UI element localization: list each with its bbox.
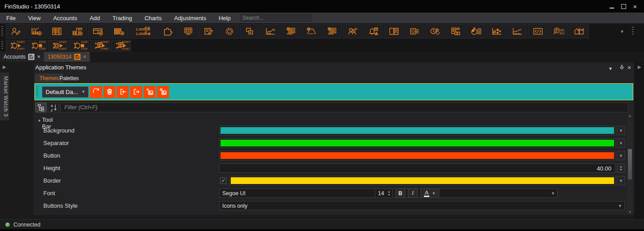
menu-adjustments[interactable]: Adjustments <box>168 13 212 23</box>
button-dropdown-button[interactable]: ▼ <box>617 151 625 160</box>
process-start-button-1[interactable]: STARTSTART <box>6 40 26 51</box>
line-chart-button[interactable] <box>508 24 527 38</box>
tab-close-icon[interactable]: × <box>37 54 40 60</box>
note-edit-button[interactable] <box>199 24 219 38</box>
background-color-field[interactable] <box>219 126 615 135</box>
menu-add[interactable]: Add <box>83 13 106 23</box>
refresh-theme-button[interactable] <box>90 86 102 98</box>
menu-trading[interactable]: Trading <box>106 13 139 23</box>
panel-close-icon[interactable]: × <box>627 64 631 71</box>
categorized-view-button[interactable] <box>35 103 47 112</box>
panels-button[interactable] <box>384 24 404 38</box>
filter-input[interactable] <box>60 103 628 112</box>
border-color-field[interactable] <box>229 176 615 185</box>
border-dropdown-button[interactable]: ▼ <box>617 176 625 185</box>
list-add-button[interactable] <box>322 24 342 38</box>
user-edit-button[interactable] <box>6 24 25 38</box>
tab-close-icon[interactable]: × <box>83 54 86 60</box>
height-spinner[interactable]: ▲ ▼ <box>617 163 625 173</box>
list-remove-button[interactable] <box>281 24 301 38</box>
border-checkbox[interactable]: ✓ <box>220 177 227 184</box>
spinner-down-icon[interactable]: ▼ <box>388 193 390 196</box>
background-dropdown-button[interactable]: ▼ <box>617 126 625 135</box>
window-add-button[interactable] <box>88 24 108 38</box>
code-window-button[interactable] <box>528 24 548 38</box>
theme-toolbar-grip-icon[interactable] <box>36 86 38 97</box>
palette-add-theme-button[interactable] <box>157 86 169 98</box>
toolbar-overflow-grip-icon[interactable] <box>632 27 634 36</box>
buttons-style-dropdown[interactable]: Icons only ▼ <box>219 201 625 210</box>
bars-add-button[interactable] <box>109 24 128 38</box>
menu-help[interactable]: Help <box>212 13 237 23</box>
timer-info-button[interactable] <box>466 24 486 38</box>
monitor-grid-button[interactable] <box>178 24 198 38</box>
font-color-button[interactable]: A ▼ <box>420 188 439 198</box>
search-input[interactable] <box>240 14 312 22</box>
export-theme-button[interactable] <box>130 86 142 98</box>
sort-alphabetical-button[interactable]: AZ <box>48 103 59 112</box>
copy-blocks-button[interactable] <box>240 24 260 38</box>
theme-select-dropdown[interactable]: Default Da... ▼ <box>42 86 89 98</box>
scroll-down-icon[interactable]: ▼ <box>627 210 633 214</box>
puzzle-button[interactable] <box>158 24 178 38</box>
height-number-field[interactable]: 40.00 <box>219 163 615 173</box>
toolbar-grip[interactable] <box>1 26 3 37</box>
tab-accounts[interactable]: Accounts × <box>0 52 44 62</box>
users-signal-button[interactable] <box>343 24 363 38</box>
process-stop-button-2[interactable]: STOPSTOP <box>27 40 47 51</box>
spinner-down-icon[interactable]: ▼ <box>620 168 623 171</box>
chip-gear-button[interactable] <box>405 24 424 38</box>
ledger-button[interactable] <box>47 24 67 38</box>
settings-gear-button[interactable] <box>220 24 239 38</box>
vertical-scrollbar[interactable]: ▲ ▼ <box>627 113 633 214</box>
layout-add-button[interactable] <box>68 24 87 38</box>
separator-dropdown-button[interactable]: ▼ <box>617 138 625 148</box>
collapse-arrow-icon[interactable]: ▲ <box>38 118 41 122</box>
toolbar-grip[interactable] <box>1 41 3 50</box>
panel-pin-icon[interactable] <box>619 64 625 72</box>
menu-view[interactable]: View <box>22 13 47 23</box>
path-remove-button[interactable] <box>302 24 322 38</box>
spinner-up-icon[interactable]: ▲ <box>620 165 623 168</box>
scrollbar-thumb[interactable] <box>628 149 632 180</box>
scheduler-button[interactable] <box>425 24 445 38</box>
toolbar-overflow-caret-icon[interactable]: ▼ <box>620 29 624 34</box>
chart-mixed-button[interactable] <box>487 24 507 38</box>
close-button[interactable]: × <box>631 3 639 10</box>
panel-menu-caret-icon[interactable]: ▾ <box>609 65 612 72</box>
search-binary-button[interactable]: 101010 <box>549 24 568 38</box>
save-icon[interactable] <box>28 54 34 60</box>
sidebar-tab-market-watch[interactable]: Market Watch 3 <box>0 73 9 120</box>
maximize-button[interactable] <box>620 3 627 10</box>
list-run-button-5[interactable]: STARTSTART <box>90 40 110 51</box>
delete-theme-button[interactable] <box>103 86 115 98</box>
font-size-spinner[interactable]: 14 ▲▼ <box>375 188 393 198</box>
alerts-button[interactable] <box>364 24 383 38</box>
import-theme-button[interactable] <box>117 86 129 98</box>
process-gear-button-3[interactable]: STARTSTART <box>48 40 68 51</box>
italic-button[interactable]: I <box>408 188 418 198</box>
list-run-button-6[interactable]: STARTSTART <box>111 40 131 51</box>
right-expand-icon[interactable]: ▶ <box>638 64 641 69</box>
palette-remove-theme-button[interactable] <box>144 86 156 98</box>
quote-add-button[interactable]: 1.203561.2035⊕ <box>129 24 157 38</box>
spinner-up-icon[interactable]: ▲ <box>388 190 390 193</box>
invoice-button[interactable] <box>446 24 466 38</box>
menu-file[interactable]: File <box>0 13 22 23</box>
save-icon[interactable] <box>74 54 80 60</box>
area-charts-button[interactable] <box>569 24 589 38</box>
scroll-up-icon[interactable]: ▲ <box>627 114 633 117</box>
button-color-field[interactable] <box>219 151 615 160</box>
sidebar-expand-icon[interactable]: ▶ <box>3 64 6 69</box>
separator-color-field[interactable] <box>219 138 615 148</box>
chart-trend-button[interactable] <box>261 24 280 38</box>
tab-13050314[interactable]: 13050314 × <box>44 52 89 62</box>
menu-accounts[interactable]: Accounts <box>47 13 83 23</box>
process-stop-button-4[interactable]: STOPSTOP <box>69 40 89 51</box>
minimize-button[interactable] <box>608 3 615 10</box>
menu-charts[interactable]: Charts <box>138 13 168 23</box>
tab-palettes[interactable]: Palettes <box>55 73 83 83</box>
main-toolbar-buttons: 1.203561.2035⊕101010 <box>5 24 589 39</box>
bold-button[interactable]: B <box>395 188 405 198</box>
chart-add-button[interactable] <box>26 24 46 38</box>
